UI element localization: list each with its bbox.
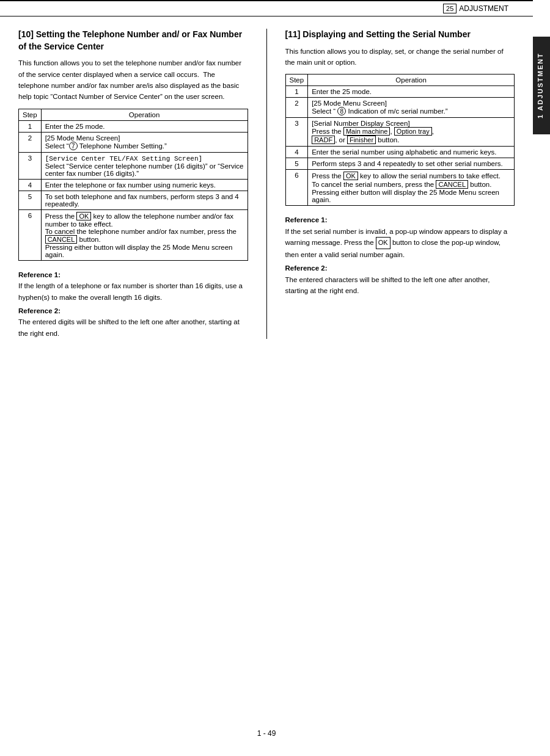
main-content: [10] Setting the Telephone Number and/ o… — [0, 16, 533, 357]
step-num: 5 — [19, 191, 42, 209]
step-num: 4 — [285, 147, 308, 158]
table-row: 1 Enter the 25 mode. — [285, 86, 515, 98]
step-op: To set both telephone and fax numbers, p… — [41, 191, 248, 209]
page-footer: 1 - 49 — [0, 729, 533, 738]
step-op: [25 Mode Menu Screen] Select “ 8 Indicat… — [308, 98, 515, 118]
step-num: 1 — [285, 86, 308, 98]
sidebar-adjustment-tab: 1 ADJUSTMENT — [533, 37, 550, 134]
left-section-title: [10] Setting the Telephone Number and/ o… — [18, 29, 248, 53]
step-op: [25 Mode Menu Screen]Select “7 Telephone… — [41, 132, 248, 152]
right-section-intro: This function allows you to display, set… — [285, 46, 515, 68]
page-number: 1 - 49 — [257, 729, 276, 738]
main-machine-key: Main machine — [343, 127, 390, 136]
option-tray-key: Option tray — [394, 127, 432, 136]
right-column: [11] Displaying and Setting the Serial N… — [285, 29, 515, 339]
right-ref2-title: Reference 2: — [285, 264, 328, 272]
right-reference2: Reference 2: The entered characters will… — [285, 263, 515, 296]
table-row: 4 Enter the serial number using alphabet… — [285, 147, 515, 158]
step-op: Enter the telephone or fax number using … — [41, 179, 248, 191]
step-op: Press the OK key to allow the telephone … — [41, 209, 248, 260]
step-op: Perform steps 3 and 4 repeatedly to set … — [308, 158, 515, 170]
header-title: ADJUSTMENT — [459, 4, 508, 13]
col-op-header: Operation — [308, 75, 515, 86]
step-op: Enter the 25 mode. — [308, 86, 515, 98]
step-num: 1 — [19, 120, 42, 132]
left-section-intro: This function allows you to set the tele… — [18, 57, 248, 103]
step-num: 3 — [19, 152, 42, 179]
table-row: 4 Enter the telephone or fax number usin… — [19, 179, 248, 191]
left-ref2-text: The entered digits will be shifted to th… — [18, 318, 240, 336]
table-row: 3 [Serial Number Display Screen] Press t… — [285, 118, 515, 147]
left-ref2-title: Reference 2: — [18, 307, 61, 314]
step-num: 6 — [19, 209, 42, 260]
right-reference1: Reference 1: If the set serial number is… — [285, 214, 515, 260]
step-op: Press the OK key to allow the serial num… — [308, 170, 515, 206]
step-num: 5 — [285, 158, 308, 170]
ok-key: OK — [76, 212, 91, 220]
step-op: Enter the serial number using alphabetic… — [308, 147, 515, 158]
table-row: 2 [25 Mode Menu Screen]Select “7 Telepho… — [19, 132, 248, 152]
radf-key: RADF — [312, 136, 335, 144]
finisher-key: Finisher — [347, 136, 376, 144]
cancel-key-right: CANCEL — [436, 180, 468, 189]
step-num: 2 — [19, 132, 42, 152]
right-step-table: Step Operation 1 Enter the 25 mode. 2 [2… — [285, 74, 515, 206]
page-header: 25 ADJUSTMENT — [0, 0, 533, 16]
table-row: 3 [Service Center TEL/FAX Setting Screen… — [19, 152, 248, 179]
step-num: 3 — [285, 118, 308, 147]
left-step-table: Step Operation 1 Enter the 25 mode. 2 [2… — [18, 109, 248, 261]
table-row: 5 To set both telephone and fax numbers,… — [19, 191, 248, 209]
left-ref1-title: Reference 1: — [18, 271, 61, 278]
table-row: 5 Perform steps 3 and 4 repeatedly to se… — [285, 158, 515, 170]
ok-key-ref: OK — [376, 237, 391, 249]
col-step-header: Step — [285, 75, 308, 86]
ok-key-right: OK — [343, 172, 358, 180]
header-section-num: 25 — [443, 4, 457, 13]
right-section-title: [11] Displaying and Setting the Serial N… — [285, 29, 515, 41]
left-column: [10] Setting the Telephone Number and/ o… — [18, 29, 248, 339]
col-step-header: Step — [19, 109, 42, 120]
right-ref2-text: The entered characters will be shifted t… — [285, 276, 490, 294]
table-row: 6 Press the OK key to allow the telephon… — [19, 209, 248, 260]
step-op: [Service Center TEL/FAX Setting Screen]S… — [41, 152, 248, 179]
col-op-header: Operation — [41, 109, 248, 120]
left-reference1: Reference 1: If the length of a telephon… — [18, 269, 248, 303]
left-reference2: Reference 2: The entered digits will be … — [18, 305, 248, 339]
column-divider — [266, 29, 267, 339]
table-row: 1 Enter the 25 mode. — [19, 120, 248, 132]
step-num: 4 — [19, 179, 42, 191]
step-num: 2 — [285, 98, 308, 118]
cancel-key-left: CANCEL — [45, 235, 78, 244]
step-op: Enter the 25 mode. — [41, 120, 248, 132]
right-ref1-title: Reference 1: — [285, 216, 328, 224]
table-row: 6 Press the OK key to allow the serial n… — [285, 170, 515, 206]
step-num: 6 — [285, 170, 308, 206]
step-op: [Serial Number Display Screen] Press the… — [308, 118, 515, 147]
right-ref1-text: If the set serial number is invalid, a p… — [285, 228, 508, 258]
table-row: 2 [25 Mode Menu Screen] Select “ 8 Indic… — [285, 98, 515, 118]
page-wrapper: 1 ADJUSTMENT 25 ADJUSTMENT [10] Setting … — [0, 0, 550, 756]
left-ref1-text: If the length of a telephone or fax numb… — [18, 282, 243, 300]
